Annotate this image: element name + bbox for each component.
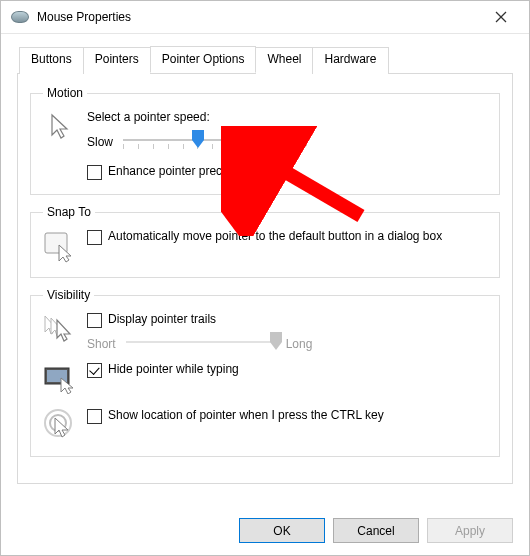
short-label: Short xyxy=(87,337,116,351)
ctrl-locate-checkbox[interactable] xyxy=(87,409,102,424)
snapto-label: Automatically move pointer to the defaul… xyxy=(108,229,442,244)
svg-marker-9 xyxy=(270,332,282,350)
trails-icon xyxy=(43,312,77,346)
enhance-precision-checkbox[interactable] xyxy=(87,165,102,180)
group-snapto: Snap To Automatically move pointer to th… xyxy=(30,205,500,278)
apply-button: Apply xyxy=(427,518,513,543)
trails-checkbox[interactable] xyxy=(87,313,102,328)
tab-hardware[interactable]: Hardware xyxy=(312,47,388,74)
enhance-precision-label: Enhance pointer precision xyxy=(108,164,247,179)
hide-typing-icon xyxy=(43,362,77,396)
ok-button[interactable]: OK xyxy=(239,518,325,543)
dialog-buttons: OK Cancel Apply xyxy=(239,518,513,543)
tab-pointer-options[interactable]: Pointer Options xyxy=(150,46,257,73)
snapto-icon xyxy=(43,229,77,263)
pointer-speed-thumb[interactable] xyxy=(192,130,204,148)
group-motion-legend: Motion xyxy=(43,86,87,100)
tab-strip: Buttons Pointers Pointer Options Wheel H… xyxy=(17,46,513,74)
tab-buttons[interactable]: Buttons xyxy=(19,47,84,74)
mouse-icon xyxy=(11,11,29,23)
snapto-checkbox[interactable] xyxy=(87,230,102,245)
hide-typing-label: Hide pointer while typing xyxy=(108,362,239,377)
ctrl-locate-label: Show location of pointer when I press th… xyxy=(108,408,384,423)
svg-marker-8 xyxy=(57,320,70,341)
window-title: Mouse Properties xyxy=(37,10,479,24)
group-visibility-legend: Visibility xyxy=(43,288,94,302)
group-snapto-legend: Snap To xyxy=(43,205,95,219)
trails-thumb xyxy=(270,332,282,350)
content-area: Buttons Pointers Pointer Options Wheel H… xyxy=(1,34,529,484)
titlebar: Mouse Properties xyxy=(1,1,529,34)
group-visibility: Visibility xyxy=(30,288,500,457)
fast-label: Fast xyxy=(283,135,306,149)
ctrl-locate-icon xyxy=(43,408,77,442)
trails-label: Display pointer trails xyxy=(108,312,216,327)
cursor-icon xyxy=(43,110,77,144)
pointer-speed-slider[interactable] xyxy=(123,132,273,152)
pointer-speed-label: Select a pointer speed: xyxy=(87,110,487,124)
tab-panel: Motion Select a pointer speed: Slow xyxy=(17,74,513,484)
trails-slider xyxy=(126,334,276,354)
slow-label: Slow xyxy=(87,135,113,149)
svg-marker-2 xyxy=(52,115,67,138)
tab-wheel[interactable]: Wheel xyxy=(255,47,313,74)
long-label: Long xyxy=(286,337,313,351)
tab-pointers[interactable]: Pointers xyxy=(83,47,151,74)
close-button[interactable] xyxy=(479,2,523,32)
cancel-button[interactable]: Cancel xyxy=(333,518,419,543)
close-icon xyxy=(495,11,507,23)
group-motion: Motion Select a pointer speed: Slow xyxy=(30,86,500,195)
hide-typing-checkbox[interactable] xyxy=(87,363,102,378)
svg-marker-3 xyxy=(192,130,204,148)
